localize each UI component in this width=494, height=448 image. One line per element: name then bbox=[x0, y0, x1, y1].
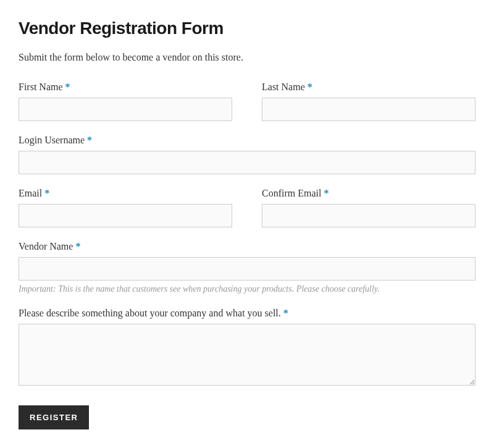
required-icon: * bbox=[44, 188, 49, 198]
confirm-email-group: Confirm Email * bbox=[262, 188, 475, 227]
description-label-text: Please describe something about your com… bbox=[19, 308, 283, 318]
confirm-email-label: Confirm Email * bbox=[262, 188, 475, 199]
vendor-name-help: Important: This is the name that custome… bbox=[19, 284, 475, 294]
intro-text: Submit the form below to become a vendor… bbox=[19, 52, 475, 63]
description-label: Please describe something about your com… bbox=[19, 308, 475, 319]
email-label-text: Email bbox=[19, 188, 44, 198]
email-group: Email * bbox=[19, 188, 232, 227]
first-name-field[interactable] bbox=[19, 98, 232, 121]
vendor-name-label-text: Vendor Name bbox=[19, 241, 75, 251]
last-name-label: Last Name * bbox=[262, 82, 475, 93]
required-icon: * bbox=[324, 188, 329, 198]
last-name-field[interactable] bbox=[262, 98, 475, 121]
last-name-group: Last Name * bbox=[262, 82, 475, 121]
last-name-label-text: Last Name bbox=[262, 82, 308, 92]
first-name-group: First Name * bbox=[19, 82, 232, 121]
confirm-email-label-text: Confirm Email bbox=[262, 188, 324, 198]
required-icon: * bbox=[75, 241, 80, 251]
login-username-label: Login Username * bbox=[19, 135, 475, 146]
register-button[interactable]: Register bbox=[19, 405, 89, 429]
first-name-label-text: First Name bbox=[19, 82, 65, 92]
required-icon: * bbox=[283, 308, 288, 318]
required-icon: * bbox=[87, 135, 92, 145]
email-label: Email * bbox=[19, 188, 232, 199]
login-username-label-text: Login Username bbox=[19, 135, 87, 145]
email-field[interactable] bbox=[19, 204, 232, 227]
vendor-name-group: Vendor Name * Important: This is the nam… bbox=[19, 241, 475, 294]
vendor-name-label: Vendor Name * bbox=[19, 241, 475, 252]
page-title: Vendor Registration Form bbox=[19, 19, 475, 38]
required-icon: * bbox=[65, 82, 70, 92]
login-username-field[interactable] bbox=[19, 151, 475, 174]
required-icon: * bbox=[308, 82, 312, 92]
description-group: Please describe something about your com… bbox=[19, 308, 475, 386]
confirm-email-field[interactable] bbox=[262, 204, 475, 227]
vendor-name-field[interactable] bbox=[19, 257, 475, 281]
first-name-label: First Name * bbox=[19, 82, 232, 93]
description-field[interactable] bbox=[19, 324, 475, 386]
login-username-group: Login Username * bbox=[19, 135, 475, 174]
vendor-registration-form: First Name * Last Name * Login Username … bbox=[19, 82, 475, 429]
